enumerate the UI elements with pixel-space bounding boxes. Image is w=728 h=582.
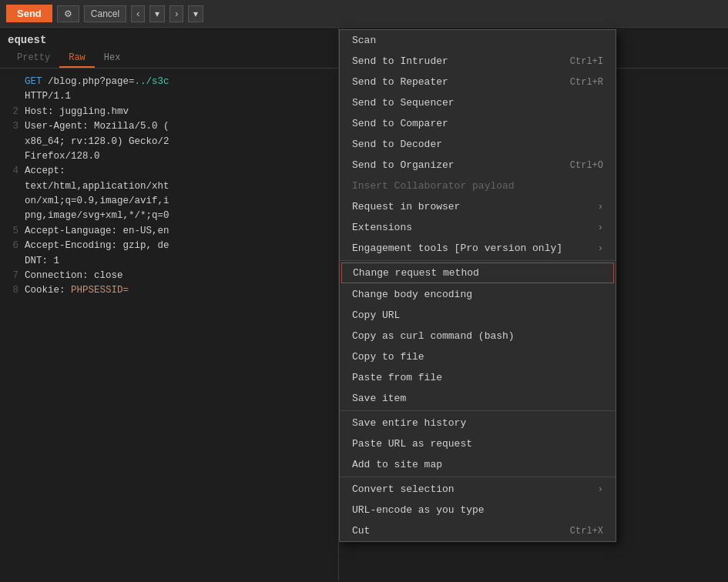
- menu-item-send-organizer[interactable]: Send to OrganizerCtrl+O: [340, 155, 616, 176]
- menu-item-change-body-encoding[interactable]: Change body encoding: [340, 284, 616, 305]
- menu-item-send-intruder[interactable]: Send to IntruderCtrl+I: [340, 51, 616, 72]
- menu-divider: [340, 477, 616, 477]
- menu-label: Send to Comparer: [352, 118, 448, 129]
- code-line: GET /blog.php?page=../s3c: [8, 75, 330, 89]
- menu-label: Convert selection: [352, 483, 455, 495]
- menu-item-engagement-tools[interactable]: Engagement tools [Pro version only]›: [340, 238, 616, 259]
- menu-label: Copy as curl command (bash): [352, 330, 515, 342]
- menu-label: Engagement tools [Pro version only]: [352, 242, 562, 254]
- menu-item-paste-url[interactable]: Paste URL as request: [340, 433, 616, 454]
- menu-label: Send to Decoder: [352, 139, 442, 150]
- menu-label: Save entire history: [352, 417, 466, 429]
- code-line: 3User-Agent: Mozilla/5.0 (: [8, 119, 330, 134]
- menu-item-url-encode[interactable]: URL-encode as you type: [340, 500, 616, 520]
- submenu-arrow-icon: ›: [598, 484, 603, 495]
- tab-pretty[interactable]: Pretty: [8, 49, 59, 68]
- menu-item-scan[interactable]: Scan: [340, 30, 616, 51]
- menu-label: Request in browser: [352, 201, 460, 212]
- menu-label: Send to Sequencer: [352, 97, 455, 109]
- menu-item-insert-collaborator: Insert Collaborator payload: [340, 176, 616, 196]
- code-line: 7Connection: close: [8, 269, 330, 283]
- settings-button[interactable]: ⚙: [57, 5, 79, 22]
- menu-label: Send to Organizer: [352, 159, 455, 171]
- nav-fwd-button[interactable]: ›: [169, 5, 183, 22]
- submenu-arrow-icon: ›: [598, 243, 603, 254]
- code-line: HTTP/1.1: [8, 89, 330, 104]
- menu-label: Insert Collaborator payload: [352, 180, 515, 192]
- nav-back-button[interactable]: ‹: [131, 5, 145, 22]
- menu-item-change-request-method[interactable]: Change request method: [341, 263, 614, 283]
- menu-label: Save item: [352, 393, 406, 404]
- code-line: Firefox/128.0: [8, 149, 330, 164]
- code-line: 2Host: juggling.hmv: [8, 105, 330, 119]
- menu-item-save-history[interactable]: Save entire history: [340, 413, 616, 433]
- request-code[interactable]: GET /blog.php?page=../s3c HTTP/1.1 2Host…: [0, 69, 338, 580]
- menu-label: Change body encoding: [352, 289, 472, 300]
- nav-back-dropdown-button[interactable]: ▾: [149, 5, 165, 22]
- code-line: x86_64; rv:128.0) Gecko/2: [8, 135, 330, 149]
- code-line: png,image/svg+xml,*/*;q=0: [8, 209, 330, 223]
- menu-item-cut[interactable]: CutCtrl+X: [340, 520, 616, 541]
- menu-item-request-browser[interactable]: Request in browser›: [340, 196, 616, 217]
- context-menu: ScanSend to IntruderCtrl+ISend to Repeat…: [339, 29, 616, 542]
- menu-item-send-repeater[interactable]: Send to RepeaterCtrl+R: [340, 72, 616, 92]
- code-line: 6Accept-Encoding: gzip, de: [8, 239, 330, 253]
- menu-item-copy-file[interactable]: Copy to file: [340, 346, 616, 367]
- menu-shortcut: Ctrl+O: [570, 160, 603, 171]
- menu-shortcut: Ctrl+X: [570, 526, 603, 537]
- menu-item-paste-file[interactable]: Paste from file: [340, 367, 616, 388]
- menu-divider: [340, 410, 616, 411]
- menu-label: URL-encode as you type: [352, 504, 485, 516]
- menu-shortcut: Ctrl+R: [570, 77, 603, 88]
- menu-label: Paste from file: [352, 372, 442, 383]
- menu-label: Change request method: [353, 267, 479, 279]
- menu-item-copy-curl[interactable]: Copy as curl command (bash): [340, 326, 616, 346]
- request-title: equest: [0, 28, 338, 49]
- menu-label: Extensions: [352, 222, 412, 233]
- menu-item-send-sequencer[interactable]: Send to Sequencer: [340, 92, 616, 113]
- code-line: text/html,application/xht: [8, 179, 330, 194]
- left-panel: equest Pretty Raw Hex GET /blog.php?page…: [0, 28, 339, 580]
- tab-raw[interactable]: Raw: [59, 49, 95, 68]
- menu-label: Send to Intruder: [352, 55, 448, 67]
- menu-shortcut: Ctrl+I: [570, 56, 603, 67]
- menu-item-send-decoder[interactable]: Send to Decoder: [340, 134, 616, 155]
- toolbar: Send ⚙ Cancel ‹ ▾ › ▾: [0, 0, 728, 28]
- cancel-button[interactable]: Cancel: [84, 5, 126, 22]
- code-line: on/xml;q=0.9,image/avif,i: [8, 194, 330, 209]
- code-line: 4Accept:: [8, 164, 330, 179]
- tab-hex[interactable]: Hex: [95, 49, 130, 68]
- menu-item-add-site-map[interactable]: Add to site map: [340, 454, 616, 475]
- menu-divider: [340, 260, 616, 261]
- menu-item-send-comparer[interactable]: Send to Comparer: [340, 113, 616, 134]
- submenu-arrow-icon: ›: [598, 202, 603, 212]
- code-line: [8, 299, 330, 313]
- menu-label: Paste URL as request: [352, 438, 472, 450]
- menu-label: Scan: [352, 35, 376, 46]
- menu-label: Copy URL: [352, 309, 400, 321]
- nav-fwd-dropdown-button[interactable]: ▾: [188, 5, 203, 22]
- menu-label: Add to site map: [352, 459, 442, 470]
- request-tabs: Pretty Raw Hex: [0, 49, 338, 69]
- code-line: DNT: 1: [8, 254, 330, 269]
- menu-label: Send to Repeater: [352, 76, 448, 88]
- code-line: 8Cookie: PHPSESSID=: [8, 283, 330, 298]
- menu-label: Copy to file: [352, 351, 424, 363]
- submenu-arrow-icon: ›: [598, 222, 603, 233]
- send-button[interactable]: Send: [6, 5, 52, 22]
- menu-item-extensions[interactable]: Extensions›: [340, 217, 616, 238]
- code-line: 5Accept-Language: en-US,en: [8, 224, 330, 239]
- menu-item-save-item[interactable]: Save item: [340, 388, 616, 409]
- menu-item-convert-selection[interactable]: Convert selection›: [340, 479, 616, 500]
- menu-label: Cut: [352, 525, 370, 537]
- menu-item-copy-url[interactable]: Copy URL: [340, 305, 616, 326]
